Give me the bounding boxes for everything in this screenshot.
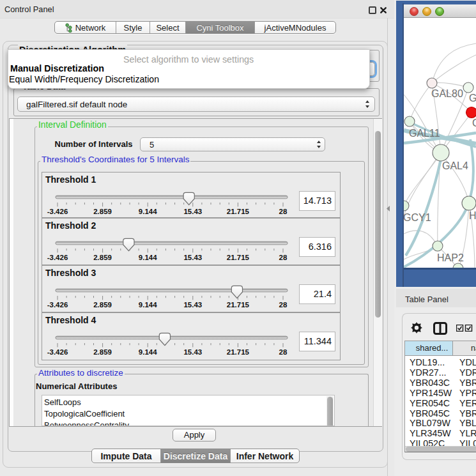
svg-text:H: H	[469, 210, 476, 221]
svg-text:2.859: 2.859	[93, 208, 112, 215]
svg-text:21.715: 21.715	[227, 301, 250, 309]
svg-text:-3.426: -3.426	[47, 301, 68, 309]
svg-text:28: 28	[279, 301, 288, 309]
svg-text:GAL11: GAL11	[409, 128, 440, 139]
svg-text:GA: GA	[469, 93, 476, 104]
svg-text:28: 28	[279, 208, 288, 215]
svg-text:15.43: 15.43	[183, 208, 202, 215]
svg-text:28: 28	[279, 254, 288, 261]
svg-text:28: 28	[279, 348, 288, 356]
svg-text:C: C	[472, 118, 476, 128]
svg-text:9.144: 9.144	[139, 254, 157, 261]
svg-text:-3.426: -3.426	[47, 208, 68, 215]
svg-text:HAP2: HAP2	[437, 252, 464, 263]
svg-text:15.43: 15.43	[183, 254, 202, 261]
svg-text:21.715: 21.715	[227, 208, 250, 215]
svg-text:15.43: 15.43	[183, 301, 202, 309]
svg-text:GAL4: GAL4	[442, 160, 468, 171]
svg-text:21.715: 21.715	[227, 348, 250, 356]
svg-text:GAL80: GAL80	[431, 88, 463, 99]
svg-text:9.144: 9.144	[139, 301, 157, 309]
svg-text:2.859: 2.859	[93, 301, 112, 309]
svg-text:-3.426: -3.426	[47, 348, 68, 356]
svg-text:2.859: 2.859	[93, 348, 112, 356]
svg-text:2.859: 2.859	[93, 254, 112, 261]
svg-text:GCY1: GCY1	[404, 212, 431, 223]
svg-text:21.715: 21.715	[227, 254, 250, 261]
svg-text:9.144: 9.144	[139, 348, 157, 356]
svg-text:-3.426: -3.426	[47, 254, 68, 261]
svg-text:9.144: 9.144	[139, 208, 157, 215]
svg-text:15.43: 15.43	[183, 348, 202, 356]
